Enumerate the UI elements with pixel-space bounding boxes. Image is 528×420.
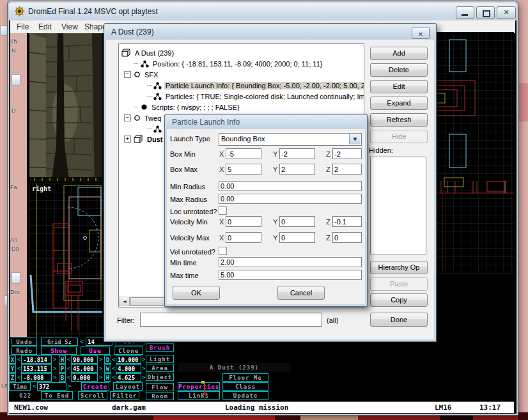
scroll-left-arrow-icon[interactable]: ◄ [120,297,130,306]
tree-row[interactable]: − Tweq [124,113,162,123]
desktop-icon[interactable] [0,26,8,36]
expand-button[interactable]: Expand [370,97,428,110]
to-end-button[interactable]: To End [41,391,73,400]
b-increment[interactable]: > [99,373,102,382]
close-button[interactable]: ✕ [497,6,516,19]
loc-unrotated-checkbox[interactable] [219,206,227,215]
time-value[interactable]: 372 [37,382,66,391]
viewport-east[interactable] [437,32,514,274]
scroll-button[interactable]: Scroll [78,391,107,400]
b-value[interactable]: 0.000 [71,373,98,382]
show-button[interactable]: Show [41,346,77,355]
box-min-y-input[interactable] [279,148,315,159]
flow-button[interactable]: Flow [146,383,174,391]
undo-button[interactable]: Undo [12,338,37,346]
scrollbar-thumb[interactable] [130,297,165,306]
min-time-input[interactable] [219,257,362,267]
x-decrement[interactable]: < [17,355,20,364]
box-max-y-input[interactable] [279,164,315,175]
copy-button[interactable]: Copy [370,293,428,307]
box-min-x-input[interactable] [226,148,261,159]
h-increment[interactable]: > [99,355,102,364]
menu-file[interactable]: File [17,22,29,31]
cancel-button[interactable]: Cancel [277,286,325,300]
brush-button[interactable]: Brush [146,343,174,352]
h-decrement[interactable]: < [67,355,70,364]
p-increment[interactable]: > [99,364,102,373]
filter-input[interactable] [140,313,322,327]
x-increment[interactable]: > [53,355,56,364]
object-button[interactable]: Object [146,373,174,381]
max-radius-input[interactable] [219,194,362,204]
hide-button[interactable]: Hide [370,130,428,143]
min-radius-input[interactable] [219,181,362,191]
refresh-button[interactable]: Refresh [370,113,428,127]
d-increment[interactable]: > [142,355,145,364]
z-increment[interactable]: > [53,373,56,382]
chevron-down-icon[interactable]: ▼ [349,134,361,144]
add-button[interactable]: Add [370,47,428,60]
h2-decrement[interactable]: < [112,373,115,382]
y-increment[interactable]: > [53,364,56,373]
done-button[interactable]: Done [370,313,428,327]
ok-button[interactable]: OK [173,286,220,300]
d-decrement[interactable]: < [112,355,115,364]
dialog-titlebar[interactable]: A Dust (239) ✕ [105,24,435,40]
box-max-z-input[interactable] [332,164,362,175]
tree-row[interactable]: + Dust ( [124,134,168,144]
collapse-expander-icon[interactable]: − [124,71,131,78]
minimize-button[interactable] [456,6,474,19]
velocity-min-y-input[interactable] [279,216,315,227]
menu-view[interactable]: View [61,22,78,31]
viewport-right[interactable]: right [29,183,104,337]
tree-row[interactable]: Scripts: { nvspy; ; ; ; FALSE} [134,102,241,113]
edit-button[interactable]: Edit [370,80,428,93]
time-increment[interactable]: > [68,382,71,391]
box-max-x-input[interactable] [226,164,261,175]
p-value[interactable]: 45.000 [71,364,98,373]
paste-button[interactable]: Paste [370,277,428,291]
z-value[interactable]: -8.088 [21,373,52,382]
velocity-max-y-input[interactable] [279,232,315,243]
maximize-button[interactable] [476,6,495,19]
p-decrement[interactable]: < [67,364,70,373]
z-decrement[interactable]: < [17,373,20,382]
d-value[interactable]: 10.000 [116,355,141,364]
filter-button[interactable]: Filter [110,391,139,400]
vel-unrotated-checkbox[interactable] [219,247,227,255]
hidden-listbox[interactable] [370,157,426,254]
b-decrement[interactable]: < [67,373,70,382]
h-value[interactable]: 90.000 [71,355,98,364]
h2-value[interactable]: 4.625 [116,373,141,382]
update-button[interactable]: Update [222,391,268,400]
y-value[interactable]: 153.115 [21,364,52,373]
box-min-z-input[interactable] [332,148,362,159]
clone-button[interactable]: Clone [114,346,143,355]
create-button[interactable]: Create [81,382,109,391]
area-button[interactable]: Area [146,364,174,372]
links-button[interactable]: Links [178,391,220,400]
room-button[interactable]: Room [146,392,174,400]
time-decrement[interactable]: < [33,382,36,391]
w-increment[interactable]: > [142,364,145,373]
grid-size-decrement[interactable]: < [80,338,83,346]
dialog-close-button[interactable]: ✕ [412,27,430,39]
viewport-3d[interactable] [29,33,102,182]
tree-row[interactable]: − SFX [124,69,159,80]
h2-increment[interactable]: > [142,373,145,382]
max-time-input[interactable] [219,270,362,280]
menu-edit[interactable]: Edit [38,22,52,31]
light-button[interactable]: Light [146,355,174,363]
tree-row[interactable]: Particles: { TRUE; Single-colored disk; … [147,91,364,102]
velocity-min-z-input[interactable] [332,216,362,227]
use-button[interactable]: Use [81,346,110,355]
x-value[interactable]: -18.814 [21,355,52,364]
velocity-max-x-input[interactable] [226,232,261,243]
redo-button[interactable]: Redo [12,346,37,355]
window-titlebar[interactable]: DromEd Final 1.24 MSVC opt playtest ✕ [9,3,516,20]
velocity-max-z-input[interactable] [332,232,362,243]
dialog-titlebar[interactable]: Particle Launch Info [166,115,366,129]
velocity-min-x-input[interactable] [226,216,261,227]
delete-button[interactable]: Delete [370,63,428,77]
tree-row[interactable]: A Dust (239) [121,47,175,58]
